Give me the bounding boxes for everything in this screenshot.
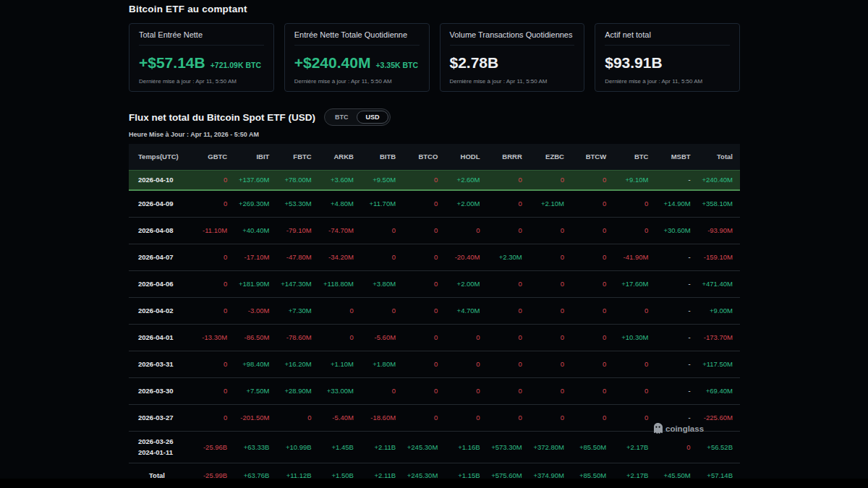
value-cell: 0	[403, 244, 445, 270]
value-cell: +63.33B	[234, 431, 276, 463]
table-row[interactable]: 2026-04-100+137.60M+78.00M+3.60M+9.50M0+…	[129, 170, 740, 190]
table-row[interactable]: 2026-03-310+98.40M+16.20M+1.10M+1.80M000…	[129, 351, 740, 377]
value-cell: 0	[445, 404, 487, 431]
value-cell: +11.70M	[361, 190, 403, 217]
card-value: $93.91B	[605, 54, 662, 72]
column-header-arkb[interactable]: ARKB	[319, 144, 361, 170]
value-cell: +3.60M	[319, 170, 361, 190]
card-title: Volume Transactions Quotidiennes	[450, 30, 575, 46]
value-cell: 0	[403, 217, 445, 244]
value-cell: 0	[403, 404, 445, 431]
value-cell: 0	[529, 170, 571, 190]
value-cell: -201.50M	[234, 404, 276, 431]
value-cell: +358.10M	[698, 190, 740, 217]
value-cell: 0	[192, 270, 234, 297]
date-cell: 2026-03-31	[129, 351, 192, 377]
value-cell: +1.45B	[319, 431, 361, 463]
value-cell: +33.00M	[319, 377, 361, 404]
column-header-bitb[interactable]: BITB	[361, 144, 403, 170]
value-cell: 0	[319, 297, 361, 324]
value-cell: 0	[361, 244, 403, 270]
card-value: +$57.14B	[139, 54, 205, 72]
value-cell: 0	[613, 377, 655, 404]
column-header-btcw[interactable]: BTCW	[571, 144, 613, 170]
column-header-fbtc[interactable]: FBTC	[276, 144, 318, 170]
table-row[interactable]: 2026-04-060+181.90M+147.30M+118.80M+3.80…	[129, 270, 740, 297]
value-cell: +181.90M	[234, 270, 276, 297]
table-row[interactable]: 2026-03-270-201.50M0-5.40M-18.60M000000-…	[129, 404, 740, 431]
value-cell: -78.60M	[276, 324, 318, 351]
value-cell: -	[655, 351, 697, 377]
card-daily-total-net-inflow: Entrée Nette Totale Quotidienne +$240.40…	[284, 23, 430, 92]
column-header-gbtc[interactable]: GBTC	[192, 144, 234, 170]
date-cell: 2026-04-09	[129, 190, 192, 217]
column-header-temps-utc-[interactable]: Temps(UTC)	[129, 144, 192, 170]
value-cell: +1.80M	[361, 351, 403, 377]
value-cell: +2.60M	[445, 170, 487, 190]
value-cell: -79.10M	[276, 217, 318, 244]
value-cell: -18.60M	[361, 404, 403, 431]
value-cell: 0	[613, 190, 655, 217]
column-header-brrr[interactable]: BRRR	[488, 144, 529, 170]
value-cell: 0	[445, 351, 487, 377]
value-cell: 0	[571, 377, 613, 404]
column-header-btc[interactable]: BTC	[613, 144, 655, 170]
table-row[interactable]: 2026-04-020-3.00M+7.30M000+4.70M0000-+9.…	[129, 297, 740, 324]
value-cell: 0	[613, 404, 655, 431]
value-cell: 0	[488, 217, 529, 244]
value-cell: -5.40M	[319, 404, 361, 431]
value-cell: +2.17B	[613, 431, 655, 463]
value-cell: +14.90M	[655, 190, 697, 217]
value-cell: +137.60M	[234, 170, 276, 190]
toggle-option-btc[interactable]: BTC	[326, 111, 357, 124]
value-cell: -	[655, 244, 697, 270]
value-cell: 0	[319, 324, 361, 351]
value-cell: 0	[571, 351, 613, 377]
value-cell: 0	[529, 297, 571, 324]
section-header: Flux net total du Bitcoin Spot ETF (USD)…	[129, 108, 740, 126]
value-cell: 0	[529, 324, 571, 351]
value-cell: +69.40M	[698, 377, 740, 404]
value-cell: -	[655, 170, 697, 190]
value-cell: 0	[488, 404, 529, 431]
column-header-total[interactable]: Total	[698, 144, 740, 170]
column-header-ezbc[interactable]: EZBC	[529, 144, 571, 170]
column-header-msbt[interactable]: MSBT	[655, 144, 697, 170]
value-cell: +40.40M	[234, 217, 276, 244]
table-row[interactable]: 2026-04-090+269.30M+53.30M+4.80M+11.70M0…	[129, 190, 740, 217]
value-cell: 0	[529, 351, 571, 377]
value-cell: -41.90M	[613, 244, 655, 270]
table-row[interactable]: 2026-04-01-13.30M-86.50M-78.60M0-5.60M00…	[129, 324, 740, 351]
value-cell: 0	[403, 351, 445, 377]
value-cell: 0	[488, 297, 529, 324]
value-cell: -159.10M	[698, 244, 740, 270]
value-cell: +4.70M	[445, 297, 487, 324]
currency-toggle[interactable]: BTC USD	[324, 108, 391, 126]
value-cell: 0	[488, 351, 529, 377]
date-cell: 2026-04-01	[129, 324, 192, 351]
card-value: +$240.40M	[294, 54, 371, 72]
column-header-hodl[interactable]: HODL	[445, 144, 487, 170]
column-header-btco[interactable]: BTCO	[403, 144, 445, 170]
table-row[interactable]: 2026-03-26 2024-01-11-25.96B+63.33B+10.9…	[129, 431, 740, 463]
date-cell: 2026-04-02	[129, 297, 192, 324]
card-title: Entrée Nette Totale Quotidienne	[294, 30, 420, 46]
value-cell: +78.00M	[276, 170, 318, 190]
value-cell: 0	[613, 297, 655, 324]
toggle-option-usd[interactable]: USD	[357, 111, 388, 124]
value-cell: 0	[192, 170, 234, 190]
date-cell: 2026-04-08	[129, 217, 192, 244]
column-header-ibit[interactable]: IBIT	[234, 144, 276, 170]
value-cell: 0	[529, 404, 571, 431]
value-cell: +147.30M	[276, 270, 318, 297]
value-cell: +7.50M	[234, 377, 276, 404]
value-cell: 0	[529, 244, 571, 270]
value-cell: +1.10M	[319, 351, 361, 377]
value-cell: +53.30M	[276, 190, 318, 217]
value-cell: 0	[529, 270, 571, 297]
table-row[interactable]: 2026-03-300+7.50M+28.90M+33.00M0000000-+…	[129, 377, 740, 404]
table-row[interactable]: 2026-04-070-17.10M-47.80M-34.20M00-20.40…	[129, 244, 740, 270]
value-cell: +118.80M	[319, 270, 361, 297]
table-row[interactable]: 2026-04-08-11.10M+40.40M-79.10M-74.70M00…	[129, 217, 740, 244]
value-cell: 0	[571, 324, 613, 351]
